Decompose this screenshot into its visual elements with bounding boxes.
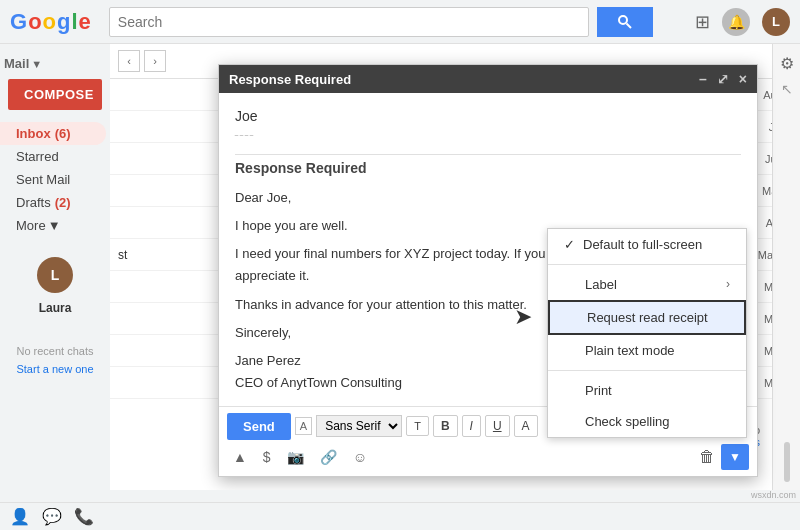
- search-button[interactable]: [597, 7, 653, 37]
- delete-button[interactable]: 🗑: [699, 448, 715, 466]
- dropdown-item-print[interactable]: Print: [548, 375, 746, 406]
- compose-greeting: Dear Joe,: [235, 187, 741, 209]
- compose-subject: Response Required: [235, 157, 741, 179]
- strikethrough-button[interactable]: A: [514, 415, 538, 437]
- chat-section: L Laura: [0, 257, 110, 315]
- dropdown-item-spellcheck[interactable]: Check spelling: [548, 406, 746, 437]
- chat-avatar: L: [37, 257, 73, 293]
- watermark: wsxdn.com: [751, 490, 796, 500]
- sidebar-item-sent[interactable]: Sent Mail: [0, 168, 106, 191]
- dropdown-item-read-receipt[interactable]: Request read receipt ➤: [548, 300, 746, 335]
- nav-forward-button[interactable]: ›: [144, 50, 166, 72]
- dropdown-item-label[interactable]: Label ›: [548, 269, 746, 300]
- top-icons: ⊞ 🔔 L: [695, 8, 790, 36]
- top-bar: Google ⊞ 🔔 L: [0, 0, 800, 44]
- main-layout: Mail ▼ COMPOSE Inbox (6) Starred Sent Ma…: [0, 44, 800, 490]
- start-new-chat-link[interactable]: Start a new one: [0, 361, 110, 376]
- compose-titlebar: Response Required – ⤢ ×: [219, 65, 757, 93]
- notifications-icon[interactable]: 🔔: [722, 8, 750, 36]
- sidebar: Mail ▼ COMPOSE Inbox (6) Starred Sent Ma…: [0, 44, 110, 490]
- sidebar-item-more[interactable]: More ▼: [0, 214, 110, 237]
- sidebar-item-inbox[interactable]: Inbox (6): [0, 122, 106, 145]
- mail-label[interactable]: Mail: [4, 56, 29, 71]
- chat-icon[interactable]: 💬: [42, 507, 62, 526]
- underline-button[interactable]: U: [485, 415, 510, 437]
- cursor-pointer-icon: ↖: [781, 81, 793, 97]
- dropdown-menu: ✓ Default to full-screen Label › Request…: [547, 228, 747, 438]
- dropdown-separator: [548, 264, 746, 265]
- emoji-button[interactable]: ☺: [347, 445, 373, 469]
- format-text-icon[interactable]: A: [295, 417, 312, 435]
- no-recent-chats: No recent chats: [0, 315, 110, 361]
- dropdown-item-fullscreen[interactable]: ✓ Default to full-screen: [548, 229, 746, 260]
- minimize-icon[interactable]: –: [699, 71, 707, 87]
- phone-icon[interactable]: 📞: [74, 507, 94, 526]
- compose-button[interactable]: COMPOSE: [8, 79, 102, 110]
- right-sidebar: ⚙ ↖: [772, 44, 800, 490]
- scrollbar-thumb[interactable]: [784, 442, 790, 482]
- mail-dropdown-arrow[interactable]: ▼: [31, 58, 42, 70]
- compose-to-field: Joe ‾‾‾‾: [235, 105, 741, 155]
- nav-back-button[interactable]: ‹: [118, 50, 140, 72]
- user-avatar[interactable]: L: [762, 8, 790, 36]
- send-button[interactable]: Send: [227, 413, 291, 440]
- bold-button[interactable]: B: [433, 415, 458, 437]
- font-family-select[interactable]: Sans Serif: [316, 415, 402, 437]
- compose-window-title: Response Required: [229, 72, 699, 87]
- close-icon[interactable]: ×: [739, 71, 747, 87]
- more-options-button[interactable]: ▼: [721, 444, 749, 470]
- google-logo: Google: [10, 9, 91, 35]
- link-button[interactable]: 🔗: [314, 445, 343, 469]
- arrow-indicator: ➤: [514, 304, 532, 330]
- search-input[interactable]: [109, 7, 589, 37]
- bottom-bar: 👤 💬 📞: [0, 502, 800, 530]
- sidebar-item-starred[interactable]: Starred: [0, 145, 106, 168]
- settings-gear-button[interactable]: ⚙: [776, 48, 798, 79]
- svg-point-0: [619, 16, 627, 24]
- compose-window: Response Required – ⤢ × Joe ‾‾‾‾ Respons…: [218, 64, 758, 477]
- content-area: ‹ › 📎 Aug 2 📎 Jul 2 📎 Jun 2: [110, 44, 800, 490]
- dropdown-item-plain-text[interactable]: Plain text mode: [548, 335, 746, 366]
- restore-icon[interactable]: ⤢: [717, 71, 729, 87]
- font-size-button[interactable]: T: [406, 416, 429, 436]
- sidebar-item-drafts[interactable]: Drafts (2): [0, 191, 106, 214]
- person-icon[interactable]: 👤: [10, 507, 30, 526]
- dollar-button[interactable]: $: [257, 445, 277, 469]
- dropdown-separator-2: [548, 370, 746, 371]
- drive-button[interactable]: ▲: [227, 445, 253, 469]
- svg-line-1: [626, 23, 631, 28]
- camera-button[interactable]: 📷: [281, 445, 310, 469]
- compose-titlebar-icons: – ⤢ ×: [699, 71, 747, 87]
- apps-icon[interactable]: ⊞: [695, 11, 710, 33]
- chat-user-name: Laura: [8, 301, 102, 315]
- italic-button[interactable]: I: [462, 415, 481, 437]
